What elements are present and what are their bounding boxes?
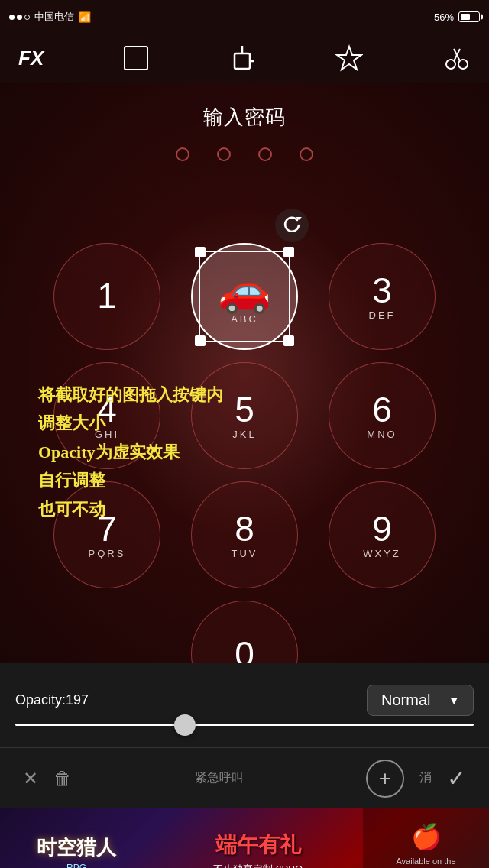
- key-3[interactable]: 3 DEF: [329, 243, 436, 350]
- ad-game-subtitle: RPG: [66, 863, 86, 869]
- ad-promo-sub: 不止独享定制ZIPPO: [213, 863, 303, 868]
- rotate-icon: [282, 215, 302, 235]
- key-5-sub: JKL: [232, 429, 256, 440]
- overlay-line-2: 调整大小: [38, 409, 223, 437]
- key-5-num: 5: [235, 392, 254, 427]
- scissors-icon: [443, 44, 471, 72]
- key-9-sub: WXYZ: [363, 548, 401, 559]
- svg-marker-3: [337, 47, 361, 70]
- blend-mode-value: Normal: [381, 691, 430, 709]
- handle-tr: [283, 247, 294, 257]
- signal-dot-3: [24, 15, 30, 20]
- key-6-sub: MNO: [367, 429, 397, 440]
- fx-button[interactable]: FX: [18, 47, 44, 70]
- cancel-label: 消: [419, 770, 432, 786]
- key-9-num: 9: [372, 511, 392, 546]
- main-area: 输入密码 1 🚗: [0, 83, 489, 663]
- ind-dot-3: [258, 147, 272, 161]
- carrier-label: 中国电信: [34, 10, 74, 24]
- selection-box: [199, 251, 290, 342]
- rectangle-icon: [124, 46, 148, 70]
- battery-icon: [458, 11, 480, 22]
- rectangle-tool[interactable]: [124, 46, 148, 70]
- scissors-tool[interactable]: [443, 44, 471, 72]
- handle-tl: [195, 247, 206, 257]
- crop-tool[interactable]: [228, 44, 256, 72]
- signal-dots: [9, 15, 30, 20]
- overlay-line-3: Opacity为虚实效果: [38, 438, 223, 466]
- key-3-sub: DEF: [369, 309, 396, 321]
- indicator-dots: [0, 147, 489, 161]
- key-9[interactable]: 9 WXYZ: [329, 481, 436, 588]
- plus-icon: +: [379, 766, 391, 791]
- ind-dot-2: [217, 147, 231, 161]
- toolbar: FX: [0, 34, 489, 83]
- status-left: 中国电信 📶: [9, 10, 91, 24]
- ad-game-name: 时空猎人: [37, 834, 116, 861]
- status-bar: 中国电信 📶 56%: [0, 0, 489, 34]
- opacity-slider-row: [15, 724, 474, 726]
- signal-dot-1: [9, 15, 15, 20]
- opacity-label: Opacity:197: [15, 692, 89, 708]
- right-actions: + 消 ✓: [366, 760, 466, 798]
- left-actions: ✕ 🗑: [23, 768, 72, 789]
- opacity-slider-thumb[interactable]: [174, 714, 196, 736]
- svg-rect-1: [235, 53, 250, 69]
- ad-game-info: 时空猎人 RPG: [0, 808, 153, 868]
- star-tool[interactable]: [335, 44, 363, 72]
- overlay-line-5: 也可不动: [38, 495, 223, 523]
- rotate-button[interactable]: [275, 209, 309, 242]
- key-8-num: 8: [235, 511, 254, 546]
- signal-dot-2: [17, 15, 22, 20]
- ad-banner[interactable]: 时空猎人 RPG 端午有礼 不止独享定制ZIPPO 🍎 Available on…: [0, 808, 489, 868]
- ind-dot-1: [176, 147, 189, 161]
- overlay-line-4: 自行调整: [38, 466, 223, 494]
- overlay-text: 将截取好的图拖入按键内 调整大小 Opacity为虚实效果 自行调整 也可不动: [38, 381, 223, 523]
- status-right: 56%: [434, 11, 480, 23]
- opacity-slider-track[interactable]: [15, 724, 474, 726]
- key-2[interactable]: 🚗 ABC: [191, 243, 298, 350]
- handle-br: [283, 335, 294, 346]
- overlay-line-1: 将截取好的图拖入按键内: [38, 381, 223, 409]
- key-3-num: 3: [372, 273, 392, 308]
- handle-bl: [195, 335, 206, 346]
- blend-arrow-icon: ▼: [449, 695, 459, 707]
- app-store-text: Available on the App Store: [396, 856, 455, 868]
- key-1-num: 1: [97, 278, 117, 313]
- battery-percent: 56%: [434, 11, 454, 23]
- blend-mode-select[interactable]: Normal ▼: [367, 685, 474, 716]
- crop-icon: [228, 44, 256, 72]
- bottom-panel: Opacity:197 Normal ▼: [0, 663, 489, 747]
- key-0-num: 0: [235, 636, 254, 663]
- confirm-button[interactable]: ✓: [447, 765, 466, 792]
- wifi-icon: 📶: [79, 11, 91, 23]
- ad-promo-area: 端午有礼 不止独享定制ZIPPO: [153, 808, 363, 868]
- keypad-row-4: 0: [31, 601, 458, 663]
- battery-fill: [461, 14, 470, 20]
- delete-icon[interactable]: 🗑: [53, 768, 72, 789]
- opacity-row: Opacity:197 Normal ▼: [15, 685, 474, 716]
- key-6[interactable]: 6 MNO: [329, 362, 436, 469]
- ad-promo-text: 端午有礼: [215, 831, 301, 860]
- star-icon: [335, 44, 363, 72]
- action-bar: ✕ 🗑 紧急呼叫 + 消 ✓: [0, 747, 489, 808]
- ind-dot-4: [300, 147, 313, 161]
- keypad-row-1: 1 🚗 ABC 3 DEF: [31, 243, 458, 350]
- app-store-available: Available on the: [396, 856, 455, 867]
- passcode-title: 输入密码: [0, 83, 489, 131]
- key-1[interactable]: 1: [53, 243, 160, 350]
- key-0[interactable]: 0: [191, 601, 298, 663]
- apple-icon: 🍎: [411, 822, 442, 851]
- emergency-label: 紧急呼叫: [195, 770, 244, 786]
- add-button[interactable]: +: [366, 760, 404, 798]
- key-8-sub: TUV: [232, 548, 258, 559]
- key-7-sub: PQRS: [89, 548, 126, 559]
- key-6-num: 6: [372, 392, 392, 427]
- ad-app-store[interactable]: 🍎 Available on the App Store: [363, 808, 489, 868]
- close-icon[interactable]: ✕: [23, 768, 38, 789]
